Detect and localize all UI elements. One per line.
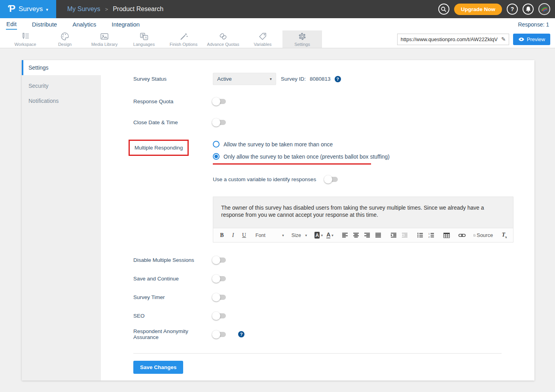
- anonymity-row: Respondent Anonymity Assurance ?: [133, 328, 534, 340]
- size-dropdown[interactable]: Size▾: [291, 230, 308, 241]
- sidebar-item-security[interactable]: Security: [22, 78, 101, 93]
- notifications-button[interactable]: [523, 4, 534, 15]
- close-date-row: Close Date & Time: [133, 119, 534, 125]
- annotation-red-box: Multiple Responding: [129, 140, 189, 156]
- align-right-icon: [364, 233, 370, 238]
- chevron-down-icon: ▾: [282, 233, 284, 237]
- search-icon: [441, 6, 447, 12]
- survey-status-select[interactable]: Active ▾: [213, 73, 276, 85]
- tab-analytics[interactable]: Analytics: [72, 19, 97, 29]
- ribbon-tab-advance-quotas[interactable]: Advance Quotas: [203, 30, 243, 48]
- disable-sessions-toggle[interactable]: [213, 258, 226, 263]
- indent-button[interactable]: [389, 230, 399, 241]
- anonymity-help-icon[interactable]: ?: [238, 331, 244, 337]
- sidebar-item-notifications[interactable]: Notifications: [22, 93, 101, 108]
- ribbon-tab-languages[interactable]: A Languages: [124, 30, 164, 48]
- background-color-button[interactable]: A▾: [314, 230, 324, 241]
- response-count: Response: 1: [518, 21, 549, 28]
- design-palette-icon: [60, 32, 70, 41]
- tab-distribute[interactable]: Distribute: [32, 19, 57, 29]
- save-changes-button[interactable]: Save Changes: [133, 361, 183, 374]
- align-left-button[interactable]: [341, 230, 350, 241]
- anonymity-toggle[interactable]: [213, 332, 226, 337]
- custom-variable-toggle[interactable]: [325, 177, 338, 182]
- account-avatar[interactable]: [538, 3, 550, 15]
- media-library-icon: [99, 32, 110, 41]
- align-center-button[interactable]: [352, 230, 361, 241]
- text-color-button[interactable]: A▾: [325, 230, 335, 241]
- close-date-toggle[interactable]: [213, 120, 226, 125]
- survey-timer-row: Survey Timer: [133, 294, 534, 300]
- help-button[interactable]: ?: [507, 4, 518, 15]
- product-name: Surveys: [19, 5, 43, 13]
- font-dropdown-label: Font: [256, 233, 265, 238]
- ribbon-tab-label: Settings: [294, 42, 310, 47]
- align-center-icon: [353, 233, 359, 238]
- source-button[interactable]: Source: [473, 230, 494, 241]
- preview-button[interactable]: Preview: [513, 34, 550, 45]
- source-doc-icon: [474, 233, 475, 238]
- radio-option-once-label: Only allow the survey to be taken once (…: [224, 153, 390, 160]
- radio-option-once[interactable]: Only allow the survey to be taken once (…: [213, 153, 390, 160]
- questionpro-settings-page: Ƥ Surveys ▾ My Surveys > Product Researc…: [0, 0, 555, 392]
- background-color-icon: A: [314, 232, 320, 239]
- survey-id-group: Survey ID: 8080813 ?: [281, 76, 341, 82]
- ribbon-tab-workspace[interactable]: Workspace: [6, 30, 45, 48]
- upgrade-now-button[interactable]: Upgrade Now: [454, 4, 502, 15]
- languages-icon: A: [139, 32, 149, 41]
- survey-timer-toggle[interactable]: [213, 295, 226, 300]
- breadcrumb-my-surveys[interactable]: My Surveys: [67, 6, 100, 13]
- align-right-button[interactable]: [363, 230, 372, 241]
- section-nav: Edit Distribute Analytics Integration Re…: [0, 18, 555, 30]
- justify-button[interactable]: [374, 230, 383, 241]
- anonymity-label: Respondent Anonymity Assurance: [133, 328, 213, 340]
- save-continue-toggle[interactable]: [213, 276, 226, 281]
- sidebar-item-settings[interactable]: Settings: [22, 60, 101, 75]
- tab-edit[interactable]: Edit: [6, 19, 17, 30]
- radio-checked-icon[interactable]: [213, 153, 220, 160]
- numbered-list-button[interactable]: 12: [427, 230, 436, 241]
- underline-button[interactable]: U: [239, 230, 249, 241]
- bulleted-list-button[interactable]: [416, 230, 425, 241]
- response-quota-toggle[interactable]: [213, 99, 226, 104]
- preview-label: Preview: [527, 36, 545, 42]
- response-quota-row: Response Quota: [133, 98, 534, 104]
- bold-button[interactable]: B: [217, 230, 227, 241]
- survey-id-label: Survey ID:: [281, 76, 306, 82]
- response-quota-label: Response Quota: [133, 98, 213, 104]
- survey-status-value: Active: [217, 76, 232, 82]
- font-dropdown[interactable]: Font▾: [255, 230, 285, 241]
- survey-url-input[interactable]: [398, 36, 498, 42]
- editor-text-area[interactable]: The owner of this survey has disabled us…: [213, 197, 513, 228]
- custom-variable-label: Use a custom variable to identify respon…: [213, 176, 316, 182]
- ribbon-tab-finish-options[interactable]: Finish Options: [164, 30, 203, 48]
- chevron-down-icon: ▾: [321, 233, 323, 237]
- justify-icon: [375, 233, 381, 238]
- radio-option-multiple-label: Allow the survey to be taken more than o…: [224, 141, 333, 148]
- radio-unchecked-icon[interactable]: [213, 141, 220, 148]
- tab-integration[interactable]: Integration: [111, 19, 140, 29]
- top-actions: Upgrade Now ?: [438, 0, 555, 18]
- custom-variable-row: Use a custom variable to identify respon…: [213, 176, 534, 182]
- search-button[interactable]: [438, 4, 449, 15]
- italic-button[interactable]: I: [228, 230, 238, 241]
- insert-link-button[interactable]: [457, 230, 467, 241]
- remove-format-button[interactable]: Tx: [500, 230, 509, 241]
- chevron-down-icon: ▾: [331, 233, 333, 237]
- seo-toggle[interactable]: [213, 313, 226, 318]
- divider: [133, 353, 502, 354]
- insert-table-button[interactable]: [442, 230, 451, 241]
- disable-sessions-row: Disable Multiple Sessions: [133, 257, 534, 263]
- survey-id-help-icon[interactable]: ?: [335, 76, 341, 82]
- ribbon-tab-variables[interactable]: Variables: [243, 30, 282, 48]
- radio-option-multiple[interactable]: Allow the survey to be taken more than o…: [213, 141, 390, 148]
- chevron-down-icon: ▾: [46, 7, 48, 12]
- italic-glyph: I: [232, 232, 234, 239]
- ribbon-tab-design[interactable]: Design: [45, 30, 85, 48]
- ribbon-tab-settings[interactable]: Settings: [282, 30, 322, 48]
- ribbon-tab-media-library[interactable]: Media Library: [85, 30, 124, 48]
- edit-url-icon[interactable]: ✎: [498, 36, 509, 42]
- bell-icon: [525, 6, 531, 12]
- outdent-button[interactable]: [400, 230, 410, 241]
- product-switcher[interactable]: Ƥ Surveys ▾: [0, 0, 56, 18]
